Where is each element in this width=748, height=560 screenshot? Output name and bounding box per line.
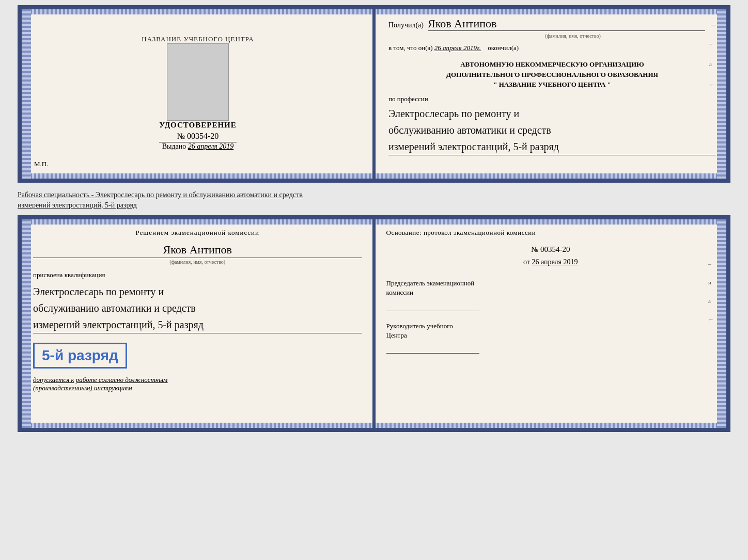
book-left-page: НАЗВАНИЕ УЧЕБНОГО ЦЕНТРА УДОСТОВЕРЕНИЕ №… <box>22 9 376 179</box>
protocol-date: от 26 апреля 2019 <box>386 258 715 266</box>
org-name: АВТОНОМНУЮ НЕКОММЕРЧЕСКУЮ ОРГАНИЗАЦИЮ ДО… <box>388 59 716 90</box>
bottom-left-page: Решением экаменационной комиссии Яков Ан… <box>22 219 375 428</box>
protocol-number: № 00354-20 <box>386 245 715 254</box>
document-container: НАЗВАНИЕ УЧЕБНОГО ЦЕНТРА УДОСТОВЕРЕНИЕ №… <box>18 5 730 432</box>
left-border-stripe <box>22 9 31 179</box>
separator-text: Рабочая специальность - Электрослесарь п… <box>18 187 730 211</box>
qualification-label: присвоена квалификация <box>33 271 362 279</box>
protocol-date-prefix: от <box>523 258 530 266</box>
head-block: Руководитель учебного Центра <box>386 322 715 354</box>
cert-number: № 00354-20 <box>159 132 237 142</box>
head-label: Руководитель учебного Центра <box>386 322 715 340</box>
chairman-signature-line <box>386 301 479 311</box>
issued-date: 26 апреля 2019 <box>188 142 233 150</box>
allowed-text2: (производственным) инструкциям <box>33 384 132 392</box>
commission-title: Решением экаменационной комиссии <box>33 229 362 237</box>
date-suffix: окончил(а) <box>488 44 519 52</box>
profession-text: Электрослесарь по ремонту и обслуживанию… <box>388 105 716 155</box>
date-line: в том, что он(а) 26 апреля 2019г. окончи… <box>388 44 716 52</box>
fio-hint: (фамилия, имя, отчество) <box>430 33 716 39</box>
photo-placeholder <box>167 43 229 121</box>
institution-title: НАЗВАНИЕ УЧЕБНОГО ЦЕНТРА <box>142 20 254 43</box>
chairman-label: Председатель экаменационной комиссии <box>386 279 715 297</box>
rank-badge: 5-й разряд <box>33 343 127 369</box>
vmarker-arrow: ← <box>708 316 714 323</box>
chairman-block: Председатель экаменационной комиссии <box>386 279 715 311</box>
allowed-text: работе согласно должностным <box>76 376 168 383</box>
vmarker-i: и <box>708 279 714 285</box>
bottom-left-border <box>22 219 31 428</box>
cert-title: УДОСТОВЕРЕНИЕ <box>159 121 237 130</box>
date-label: в том, что он(а) <box>388 44 433 52</box>
recipient-dash: – <box>711 19 716 30</box>
date-value: 26 апреля 2019г. <box>434 44 481 52</box>
issued-section: Выдано 26 апреля 2019 <box>162 142 234 156</box>
book-right-page: Получил(а) Яков Антипов – (фамилия, имя,… <box>376 9 726 179</box>
bottom-right-page: Основание: протокол экаменационной комис… <box>375 219 727 428</box>
marker-a: а <box>709 61 715 67</box>
profession-label: по профессии <box>388 95 716 103</box>
recipient-line: Получил(а) Яков Антипов – <box>388 17 716 31</box>
diploma-book-top: НАЗВАНИЕ УЧЕБНОГО ЦЕНТРА УДОСТОВЕРЕНИЕ №… <box>18 5 730 183</box>
mp-label: М.П. <box>34 160 48 168</box>
recipient-label: Получил(а) <box>388 21 424 29</box>
qualification-text: Электрослесарь по ремонту и обслуживанию… <box>33 283 362 333</box>
basis-title: Основание: протокол экаменационной комис… <box>386 229 715 237</box>
bottom-right-markers: – и а ← <box>708 261 714 323</box>
allowed-prefix: допускается к <box>33 376 74 383</box>
marker-arrow: ← <box>709 82 715 88</box>
allowed-work: допускается к работе согласно должностны… <box>33 376 362 392</box>
right-markers: – а ← <box>709 40 715 88</box>
person-name: Яков Антипов <box>33 243 362 258</box>
vmarker-dash: – <box>708 261 714 267</box>
issued-label: Выдано <box>162 142 186 150</box>
vmarker-a: а <box>708 298 714 304</box>
marker-dash: – <box>709 40 715 46</box>
diploma-book-bottom: Решением экаменационной комиссии Яков Ан… <box>18 215 730 432</box>
recipient-name: Яков Антипов <box>428 17 705 31</box>
head-signature-line <box>386 343 479 354</box>
protocol-date-value: 26 апреля 2019 <box>532 258 578 266</box>
bottom-fio-hint: (фамилия, имя, отчество) <box>33 259 362 265</box>
